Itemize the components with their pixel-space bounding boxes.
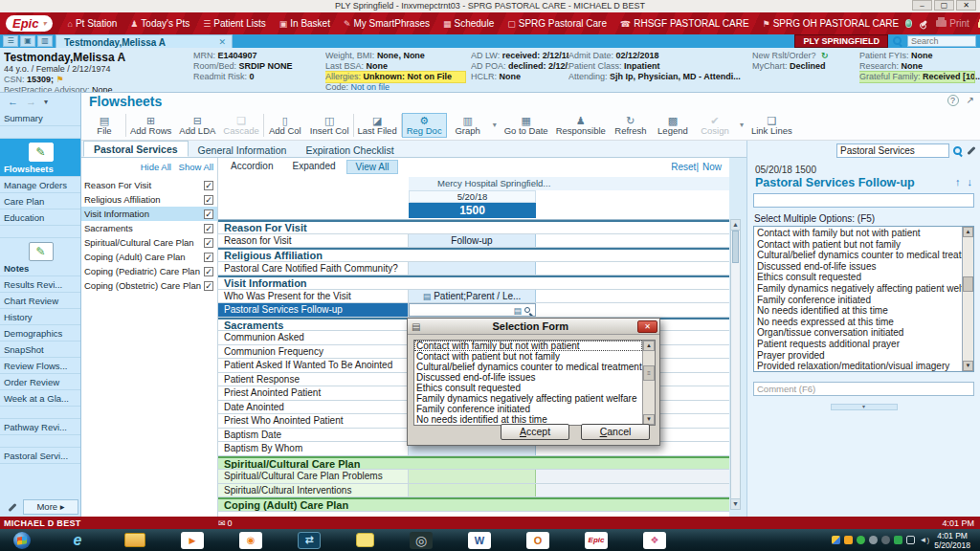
sticky-notes-icon[interactable] xyxy=(356,533,374,547)
scroll-up-icon[interactable]: ▲ xyxy=(643,341,655,351)
sidebar-item[interactable]: Summary xyxy=(0,110,80,126)
rowlist-item[interactable]: Coping (Adult) Care Plan ✓ xyxy=(81,250,217,264)
option-item[interactable]: Family conference initiated xyxy=(754,295,962,306)
sidebar-item[interactable]: Order Review xyxy=(0,374,80,390)
sidebar-item[interactable] xyxy=(0,226,80,238)
dialog-option[interactable]: Contact with family but not with patient xyxy=(414,341,642,351)
toolbar-button[interactable]: ◪ Last Filed xyxy=(354,114,401,137)
checkbox-checked-icon[interactable]: ✓ xyxy=(204,209,213,219)
show-all-link[interactable]: Show All xyxy=(179,162,213,172)
epic-logo-button[interactable]: Epic ▾ xyxy=(6,15,53,32)
column-header-date[interactable]: 5/20/18 xyxy=(409,190,536,203)
maximize-button[interactable]: ▢ xyxy=(934,0,954,11)
grid-scrollbar[interactable]: ▲ ▼ xyxy=(730,219,741,510)
row-value-cell[interactable]: ▤ ▤ xyxy=(409,484,536,497)
patient-chart-tab[interactable]: Testmonday,Melissa A ✕ xyxy=(56,34,233,48)
row-label-cell[interactable]: Pastoral Care Notified Faith Community? xyxy=(218,262,409,276)
option-item[interactable]: Cultural/belief dynamics counter to medi… xyxy=(754,250,962,261)
menubar-item[interactable]: ✎ My SmartPhrases xyxy=(337,18,436,29)
inbasket-status[interactable]: ✉ 0 xyxy=(218,518,233,528)
tray-window-icon[interactable] xyxy=(906,536,915,544)
row-label-cell[interactable]: Reason for Visit xyxy=(218,234,409,248)
help-icon[interactable]: ? xyxy=(947,95,959,106)
toolbar-button[interactable]: ▾ xyxy=(489,120,501,131)
row-empty-cell[interactable] xyxy=(536,234,729,248)
now-link[interactable]: Now xyxy=(702,162,722,172)
sidebar-item[interactable]: Manage Orders xyxy=(0,177,80,193)
epic-icon[interactable]: Epic xyxy=(585,532,608,549)
row-empty-cell[interactable] xyxy=(536,262,729,276)
app-orange-icon[interactable]: ◉ xyxy=(239,532,262,549)
home-icon[interactable]: ☰ xyxy=(3,35,18,47)
cancel-button[interactable]: Cancel xyxy=(581,424,650,440)
collapse-panel-handle[interactable]: ▾ xyxy=(831,404,898,410)
menubar-item[interactable]: ▦ Schedule xyxy=(436,18,501,29)
toolbar-button[interactable]: ▦ Go to Date xyxy=(501,114,552,137)
wrench-icon[interactable] xyxy=(967,146,975,155)
sidebar-item[interactable]: Chart Review xyxy=(0,293,80,309)
option-item[interactable]: Organ/tissue conversation initiated xyxy=(754,327,962,339)
menubar-item[interactable]: ▣ In Basket xyxy=(273,18,337,29)
forward-icon[interactable]: → xyxy=(26,96,36,107)
checkbox-checked-icon[interactable]: ✓ xyxy=(204,267,213,276)
row-label-cell[interactable]: Baptism By Whom xyxy=(218,442,409,455)
magnifier-icon[interactable] xyxy=(524,307,533,316)
options-scrollbar[interactable]: ▲ ▼ xyxy=(962,227,973,371)
dialog-option[interactable]: Discussed end-of-life issues xyxy=(414,372,642,383)
rowlist-item[interactable]: Coping (Obstetric) Care Plan ✓ xyxy=(81,278,217,293)
scroll-down-icon[interactable]: ▼ xyxy=(731,498,740,509)
view-mode-button[interactable]: Expanded xyxy=(283,160,344,174)
toolbar-button[interactable]: ▩ Legend xyxy=(652,114,694,137)
option-item[interactable]: Patient requests additional prayer xyxy=(754,339,962,350)
volume-icon[interactable]: ◄) xyxy=(920,536,930,544)
toolbar-button[interactable]: ▾ xyxy=(736,120,747,131)
row-label-cell[interactable]: Baptism Date xyxy=(218,429,409,442)
option-item[interactable]: Family dynamics negatively affecting pat… xyxy=(754,283,962,295)
close-button[interactable]: ✕ xyxy=(956,0,976,11)
row-label-cell[interactable]: Coping (Adult) Care Plan xyxy=(218,499,729,511)
option-item[interactable]: No needs expressed at this time xyxy=(754,317,962,328)
row-label-cell[interactable]: Priest Anointed Patient xyxy=(218,386,409,400)
accept-button[interactable]: Accept xyxy=(501,424,569,440)
dialog-titlebar[interactable]: ▤ Selection Form ✕ xyxy=(408,319,659,335)
next-row-icon[interactable]: ↓ xyxy=(968,176,973,187)
row-value-cell[interactable]: ▤ ▤ xyxy=(409,303,536,317)
toolbar-button[interactable]: ⊟ Add LDA xyxy=(175,114,219,137)
rowlist-item[interactable]: Reason For Visit ✓ xyxy=(81,178,217,192)
more-activities-button[interactable]: More ▸ xyxy=(23,499,78,515)
sidebar-item[interactable]: ✎ Flowsheets xyxy=(0,139,80,177)
row-empty-cell[interactable] xyxy=(536,303,729,317)
row-value-cell[interactable]: ▤ ▤ xyxy=(409,262,536,276)
row-label-cell[interactable]: Communion Asked xyxy=(218,331,409,344)
tray-leaf-icon[interactable] xyxy=(894,536,902,544)
row-label-cell[interactable]: Religious Affiliation xyxy=(218,250,729,261)
row-label-cell[interactable]: Reason For Visit xyxy=(218,222,729,233)
sync-icon[interactable]: ⇄ xyxy=(298,532,321,549)
option-item[interactable]: Prayer provided xyxy=(754,350,962,362)
back-icon[interactable]: ← xyxy=(8,96,18,107)
windows-start-icon[interactable] xyxy=(13,532,31,549)
document-icon[interactable]: ▤ xyxy=(513,305,522,317)
toolbar-button[interactable]: ⚙ Reg Doc xyxy=(402,113,447,138)
close-tab-icon[interactable]: ✕ xyxy=(218,37,228,47)
option-item[interactable]: No needs identified at this time xyxy=(754,305,962,317)
toolbar-button[interactable]: ↻ Refresh xyxy=(610,114,652,137)
dialog-option[interactable]: Contact with patient but not family xyxy=(414,351,642,362)
option-item[interactable]: Ethics consult requested xyxy=(754,272,962,283)
view-mode-button[interactable]: View All xyxy=(346,160,399,174)
sidebar-item[interactable]: Pastoral Servi... xyxy=(0,448,80,464)
checkbox-checked-icon[interactable]: ✓ xyxy=(204,181,213,190)
sidebar-item[interactable]: Week at a Gla... xyxy=(0,390,80,407)
flowsheet-tab[interactable]: Expiration Checklist xyxy=(296,143,403,157)
toolbar-button[interactable]: ▤ File xyxy=(83,114,125,137)
row-label-cell[interactable]: Spiritual/Cultural Care Plan Problems xyxy=(218,470,409,483)
globe-icon[interactable] xyxy=(905,19,912,28)
value-entry-field[interactable] xyxy=(753,193,974,208)
wrench-icon[interactable] xyxy=(8,502,16,511)
flowsheet-tab[interactable]: General Information xyxy=(189,143,297,157)
rowlist-item[interactable]: Sacraments ✓ xyxy=(81,221,217,235)
menubar-item[interactable]: ⌂ Pt Station xyxy=(60,18,123,29)
media-player-icon[interactable]: ▶ xyxy=(181,532,204,549)
flowsheet-search-input[interactable] xyxy=(836,143,949,158)
menubar-item[interactable]: ♟ Today's Pts xyxy=(123,18,196,29)
